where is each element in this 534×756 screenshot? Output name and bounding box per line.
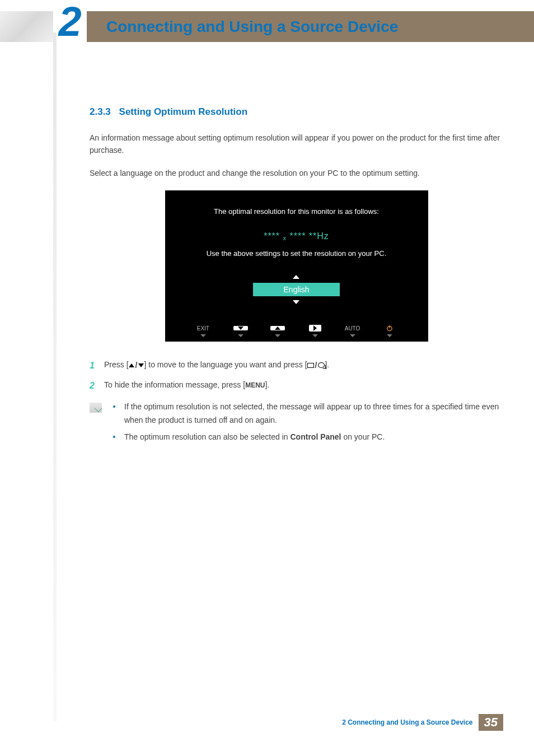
step-number-2: 2: [90, 379, 96, 393]
rect-icon: [307, 363, 314, 368]
page-number: 35: [479, 714, 503, 731]
section-number: 2.3.3: [90, 106, 111, 117]
right-key-icon: [309, 325, 321, 332]
auto-label: AUTO: [345, 324, 360, 332]
content-area: 2.3.3 Setting Optimum Resolution An info…: [90, 106, 503, 447]
note-icon: [90, 403, 102, 413]
power-icon: [386, 324, 394, 332]
pointer-down-icon: [387, 334, 392, 337]
osd-screenshot: The optimal resolution for this monitor …: [165, 190, 428, 342]
pointer-down-icon: [275, 334, 280, 337]
osd-language-selector: English: [253, 283, 340, 296]
arrow-up-icon: [293, 275, 299, 279]
exit-label: EXIT: [197, 324, 209, 332]
pointer-down-icon: [238, 334, 243, 337]
down-key-icon: [233, 326, 248, 330]
pointer-down-icon: [312, 334, 318, 337]
osd-message-line3: Use the above settings to set the resolu…: [174, 249, 420, 258]
section-heading: 2.3.3 Setting Optimum Resolution: [90, 106, 503, 118]
menu-label: MENU: [245, 381, 265, 389]
select-icons: /: [307, 359, 325, 371]
pointer-down-icon: [350, 334, 355, 337]
osd-button-row: EXIT AUTO: [174, 324, 420, 337]
osd-language-value: English: [253, 283, 340, 296]
left-margin-stripe: [53, 32, 57, 721]
osd-auto-button: AUTO: [334, 324, 371, 337]
osd-resolution: **** x **** **Hz: [174, 231, 420, 241]
header-decoration: [0, 11, 53, 42]
intro-paragraph-2: Select a language on the product and cha…: [90, 167, 503, 179]
note-list: If the optimum resolution is not selecte…: [110, 400, 503, 447]
osd-up-button: [259, 324, 297, 337]
step-2: 2 To hide the information message, press…: [90, 379, 503, 393]
step-1: 1 Press [/] to move to the language you …: [90, 358, 503, 373]
chapter-number-box: 2: [53, 0, 87, 44]
osd-exit-button: EXIT: [185, 324, 222, 337]
osd-message-line1: The optimal resolution for this monitor …: [174, 207, 420, 216]
note-item-2: The optimum resolution can also be selec…: [110, 431, 503, 444]
step-number-1: 1: [90, 358, 96, 373]
up-key-icon: [270, 326, 285, 330]
footer-chapter-text: 2 Connecting and Using a Source Device: [342, 718, 472, 726]
step-2-text: To hide the information message, press […: [104, 379, 269, 393]
triangle-down-icon: [138, 363, 144, 367]
enter-icon: [318, 362, 325, 368]
pointer-down-icon: [200, 334, 206, 337]
osd-power-button: [371, 324, 409, 337]
note-item-1: If the optimum resolution is not selecte…: [110, 400, 503, 427]
osd-down-button: [222, 324, 259, 337]
chapter-number: 2: [58, 0, 81, 45]
section-title: Setting Optimum Resolution: [119, 106, 248, 117]
arrow-down-icon: [293, 300, 299, 304]
step-1-text: Press [/] to move to the language you wa…: [104, 358, 329, 373]
page-footer: 2 Connecting and Using a Source Device 3…: [342, 714, 503, 731]
osd-right-button: [297, 324, 334, 337]
chapter-title: Connecting and Using a Source Device: [106, 18, 398, 36]
note-block: If the optimum resolution is not selecte…: [90, 400, 503, 447]
intro-paragraph-1: An information message about setting opt…: [90, 132, 503, 157]
up-down-icons: /: [129, 359, 144, 371]
triangle-up-icon: [129, 363, 134, 367]
